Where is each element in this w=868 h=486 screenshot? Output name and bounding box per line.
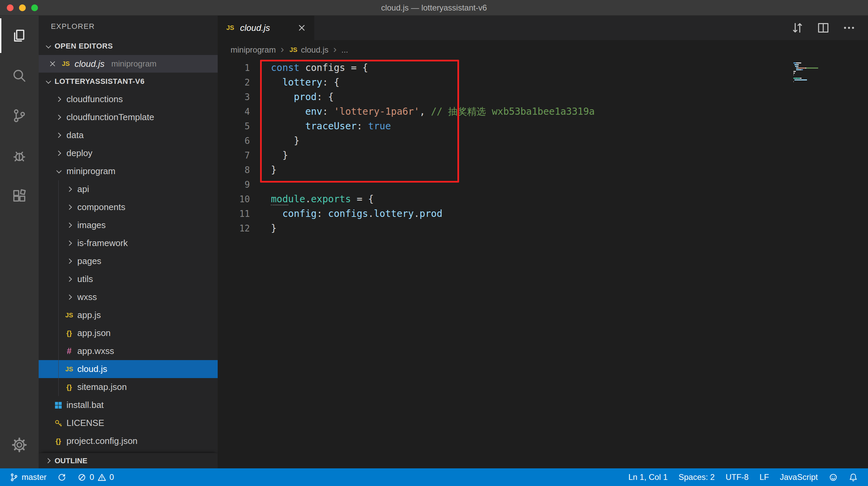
minimize-window-button[interactable] bbox=[19, 4, 26, 11]
line-number[interactable]: 1 bbox=[218, 63, 250, 73]
breadcrumb-item-1[interactable]: miniprogram bbox=[231, 45, 276, 55]
split-editor-button[interactable] bbox=[816, 21, 830, 35]
tab-close-icon[interactable] bbox=[297, 23, 307, 33]
activity-explorer-button[interactable] bbox=[0, 16, 39, 56]
code-line-content[interactable]: } bbox=[250, 150, 288, 161]
open-editors-section-header[interactable]: OPEN EDITORS bbox=[39, 37, 218, 55]
chevron-down-icon bbox=[56, 168, 62, 173]
line-number[interactable]: 2 bbox=[218, 77, 250, 88]
code-token: const bbox=[271, 62, 305, 73]
tree-item-license[interactable]: LICENSE bbox=[39, 414, 218, 432]
indentation[interactable]: Spaces: 2 bbox=[673, 468, 720, 486]
close-editor-icon[interactable] bbox=[48, 59, 57, 68]
code-line-content[interactable]: traceUser: true bbox=[250, 120, 391, 132]
line-number[interactable]: 9 bbox=[218, 180, 250, 190]
outline-section-header[interactable]: OUTLINE bbox=[39, 453, 218, 468]
chevron-right-icon bbox=[66, 223, 72, 228]
tree-item-data[interactable]: data bbox=[39, 126, 218, 144]
code-token: , bbox=[419, 106, 431, 117]
tree-item-cloudfunctions[interactable]: cloudfunctions bbox=[39, 90, 218, 108]
tree-item-label: pages bbox=[77, 256, 101, 266]
activity-settings-button[interactable] bbox=[0, 425, 39, 465]
project-section-header[interactable]: LOTTERYASSISTANT-V6 bbox=[39, 73, 218, 90]
tree-item-miniprogram[interactable]: miniprogram bbox=[39, 162, 218, 180]
minimap[interactable] bbox=[793, 62, 836, 83]
activity-extensions-button[interactable] bbox=[0, 176, 39, 216]
breadcrumb-item-3[interactable]: ... bbox=[341, 45, 348, 55]
language-mode[interactable]: JavaScript bbox=[774, 468, 823, 486]
status-text: 0 bbox=[110, 472, 114, 482]
breadcrumb-separator-icon: › bbox=[333, 44, 337, 56]
eol-sequence[interactable]: LF bbox=[754, 468, 774, 486]
code-token: prod bbox=[294, 91, 316, 102]
chevron-down-icon bbox=[46, 43, 51, 49]
tree-item-cloudfunctiontemplate[interactable]: cloudfunctionTemplate bbox=[39, 108, 218, 126]
code-area[interactable]: 1const configs = {2 lottery: {3 prod: {4… bbox=[218, 60, 868, 468]
more-actions-button[interactable] bbox=[842, 21, 856, 35]
line-number[interactable]: 8 bbox=[218, 165, 250, 175]
tree-item-label: images bbox=[77, 220, 106, 230]
code-line-content[interactable]: module.exports = { bbox=[250, 193, 374, 205]
tree-item-sitemap.json[interactable]: {}sitemap.json bbox=[39, 378, 218, 396]
line-number[interactable]: 7 bbox=[218, 150, 250, 161]
smiley-icon bbox=[829, 473, 838, 482]
tree-item-app.wxss[interactable]: #app.wxss bbox=[39, 342, 218, 360]
code-token: configs bbox=[328, 208, 368, 219]
windows-icon bbox=[54, 401, 63, 410]
tree-item-api[interactable]: api bbox=[39, 180, 218, 198]
git-branch-status[interactable]: master bbox=[4, 468, 52, 486]
code-line-content[interactable]: } bbox=[250, 135, 299, 146]
code-token: configs bbox=[305, 62, 351, 73]
tree-item-app.js[interactable]: JSapp.js bbox=[39, 306, 218, 324]
tree-item-pages[interactable]: pages bbox=[39, 252, 218, 270]
chevron-right-icon bbox=[66, 241, 72, 246]
tree-item-components[interactable]: components bbox=[39, 198, 218, 216]
line-number[interactable]: 12 bbox=[218, 223, 250, 233]
line-number[interactable]: 11 bbox=[218, 209, 250, 219]
code-line-content[interactable]: const configs = { bbox=[250, 62, 368, 73]
notifications[interactable] bbox=[843, 468, 863, 486]
code-line-content[interactable]: } bbox=[250, 223, 277, 234]
zoom-window-button[interactable] bbox=[31, 4, 38, 11]
tree-item-wxss[interactable]: wxss bbox=[39, 288, 218, 306]
tree-item-cloud.js[interactable]: JScloud.js bbox=[39, 360, 218, 378]
line-number[interactable]: 3 bbox=[218, 92, 250, 102]
tab-cloud-js[interactable]: JS cloud.js bbox=[218, 16, 314, 40]
cursor-position[interactable]: Ln 1, Col 1 bbox=[623, 468, 673, 486]
activity-source-control-button[interactable] bbox=[0, 96, 39, 136]
open-editors-label: OPEN EDITORS bbox=[55, 42, 113, 51]
activity-search-button[interactable] bbox=[0, 56, 39, 96]
tree-item-images[interactable]: images bbox=[39, 216, 218, 234]
tree-item-utils[interactable]: utils bbox=[39, 270, 218, 288]
line-number[interactable]: 6 bbox=[218, 136, 250, 146]
line-number[interactable]: 5 bbox=[218, 121, 250, 131]
code-line-content[interactable]: } bbox=[250, 164, 277, 175]
js-file-icon: JS bbox=[64, 312, 74, 319]
line-number[interactable]: 4 bbox=[218, 107, 250, 117]
activity-run-debug-button[interactable] bbox=[0, 136, 39, 176]
tree-item-app.json[interactable]: {}app.json bbox=[39, 324, 218, 342]
close-window-button[interactable] bbox=[7, 4, 14, 11]
chevron-down-icon bbox=[46, 78, 51, 84]
code-line-content[interactable]: env: 'lottery-1pa6r', // 抽奖精选 wxb53ba1be… bbox=[250, 105, 595, 118]
code-line-content[interactable]: lottery: { bbox=[250, 77, 339, 88]
encoding[interactable]: UTF-8 bbox=[720, 468, 754, 486]
feedback[interactable] bbox=[823, 468, 843, 486]
breadcrumb-label: miniprogram bbox=[231, 45, 276, 55]
open-changes-button[interactable] bbox=[791, 21, 804, 35]
tree-item-install.bat[interactable]: install.bat bbox=[39, 396, 218, 414]
code-line-content[interactable]: prod: { bbox=[250, 91, 334, 102]
tree-item-label: cloudfunctions bbox=[66, 94, 123, 105]
problems-status[interactable]: 00 bbox=[72, 468, 119, 486]
tree-item-project.config.json[interactable]: {}project.config.json bbox=[39, 432, 218, 450]
code-line-content[interactable]: config: configs.lottery.prod bbox=[250, 208, 442, 219]
tree-item-label: miniprogram bbox=[66, 166, 116, 176]
line-number[interactable]: 10 bbox=[218, 194, 250, 204]
breadcrumb-item-2[interactable]: JScloud.js bbox=[289, 45, 328, 55]
open-editor-item-cloud-js[interactable]: JS cloud.js miniprogram bbox=[39, 55, 218, 73]
sync-status[interactable] bbox=[52, 468, 72, 486]
code-token: // 抽奖精选 wxb53ba1bee1a3319a bbox=[431, 106, 595, 117]
status-bar-right: Ln 1, Col 1Spaces: 2UTF-8LFJavaScript bbox=[623, 468, 868, 486]
tree-item-deploy[interactable]: deploy bbox=[39, 144, 218, 162]
tree-item-is-framework[interactable]: is-framework bbox=[39, 234, 218, 252]
